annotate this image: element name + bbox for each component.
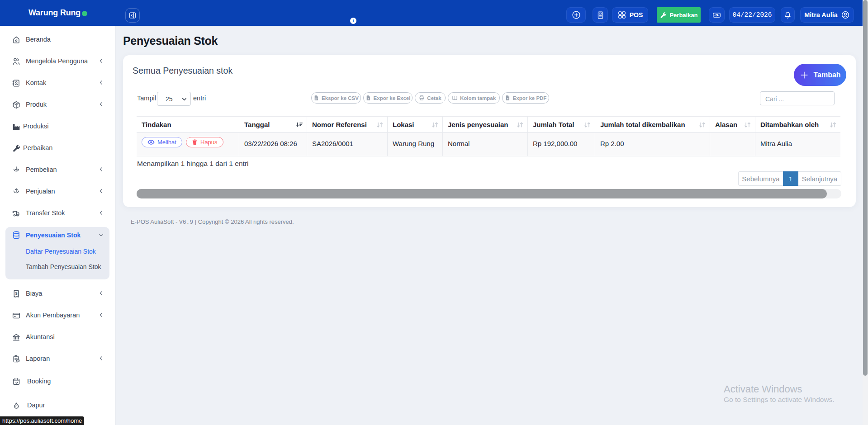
svg-text:P: P [507, 98, 508, 100]
svg-text:x: x [368, 98, 369, 100]
svg-text:$: $ [15, 291, 17, 296]
